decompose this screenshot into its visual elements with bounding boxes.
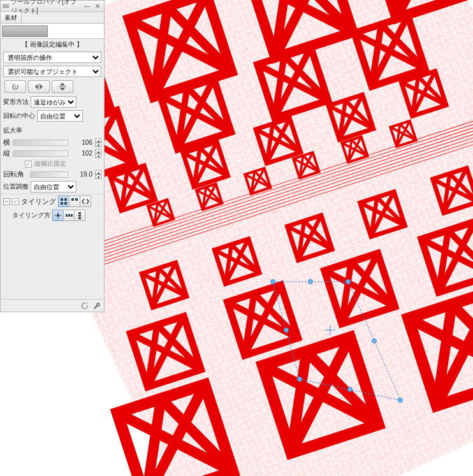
panel-header: ツールプロパティ[オブジェクト] — ✕ [1,1,104,12]
tiling-mode-toggles [58,196,91,207]
rotation-label: 回転角 [3,169,27,179]
svg-point-18 [284,328,289,333]
svg-point-14 [372,339,377,343]
svg-point-16 [348,387,353,392]
svg-rect-36 [71,214,73,217]
tiling-checkbox[interactable]: ✓ [12,198,19,205]
svg-rect-26 [64,198,67,201]
width-label: 横 [3,138,10,147]
svg-rect-35 [68,214,70,217]
svg-rect-39 [78,217,81,219]
aspect-lock-checkbox[interactable]: ✓ [25,161,32,168]
rotation-center-label: 回転の中心 [3,112,35,120]
tiling-method-label: タイリング方 [12,211,50,220]
height-stepper[interactable]: ▴▾ [95,149,101,158]
width-slider[interactable] [13,140,68,146]
width-value: 106 [71,139,92,146]
svg-point-11 [271,280,275,284]
rotation-value: 19.0 [71,171,92,178]
wrench-icon[interactable] [92,301,101,310]
transform-method-dropdown[interactable]: 遠近ゆがみ [31,96,76,108]
rotation-stepper[interactable]: ▴▾ [95,170,101,179]
tiling-dir-grid[interactable] [52,210,64,221]
svg-rect-38 [78,215,81,217]
svg-rect-29 [57,214,59,217]
position-adjust-label: 位置調整 [3,182,29,191]
svg-rect-31 [60,215,61,216]
scale-header: 拡大率 [3,126,22,135]
svg-rect-32 [57,212,59,213]
panel-footer [1,299,104,312]
tiling-dir-vertical[interactable] [74,210,85,221]
svg-rect-27 [61,202,63,205]
transform-method-label: 変形方法 [3,97,29,106]
svg-rect-33 [57,217,59,219]
reset-rotation-button[interactable] [4,80,26,93]
svg-point-15 [398,398,403,403]
tiling-dir-horizontal[interactable] [63,210,75,221]
tiling-mode-both[interactable] [58,196,69,207]
svg-point-22 [15,86,16,87]
tiling-mode-alt[interactable] [80,196,91,207]
svg-rect-34 [66,214,68,217]
svg-point-13 [346,280,351,284]
rotation-center-dropdown[interactable]: 自由位置 [37,110,83,122]
tiling-direction-toggles [52,210,85,221]
height-slider[interactable] [13,150,68,157]
tiling-collapse-toggle[interactable]: − [3,198,10,205]
material-swatch[interactable] [2,25,48,37]
svg-point-17 [298,377,302,382]
menu-icon[interactable] [3,4,9,8]
tiling-label: タイリング [21,197,56,206]
svg-rect-30 [55,215,56,216]
height-label: 縦 [3,148,10,158]
transparency-dropdown[interactable]: 透明箇所の操作 [3,52,101,63]
tiling-mode-flip[interactable] [69,196,80,207]
height-value: 102 [71,150,92,157]
flip-horizontal-button[interactable] [28,80,50,93]
svg-point-12 [309,280,313,284]
position-adjust-dropdown[interactable]: 自由位置 [31,181,76,192]
tool-property-panel: ツールプロパティ[オブジェクト] — ✕ 素材 【 画像設定編集中 】 透明箇所… [0,0,105,312]
tab-row: 素材 [1,12,104,24]
aspect-lock-label: 縦横比固定 [34,159,66,168]
minimize-button[interactable]: — [82,3,91,10]
material-swatch-row [1,24,104,39]
tab-material[interactable]: 素材 [1,12,22,23]
reset-icon[interactable] [80,301,89,310]
section-header: 【 画像設定編集中 】 [1,39,104,50]
selectable-object-dropdown[interactable]: 選択可能なオブジェクト [3,66,101,77]
close-button[interactable]: ✕ [93,3,102,10]
rotation-slider[interactable] [30,171,68,178]
width-stepper[interactable]: ▴▾ [95,138,101,147]
transform-buttons [1,78,104,95]
svg-rect-28 [64,202,67,205]
svg-rect-37 [78,212,81,214]
svg-rect-25 [61,198,63,201]
flip-vertical-button[interactable] [52,80,73,93]
